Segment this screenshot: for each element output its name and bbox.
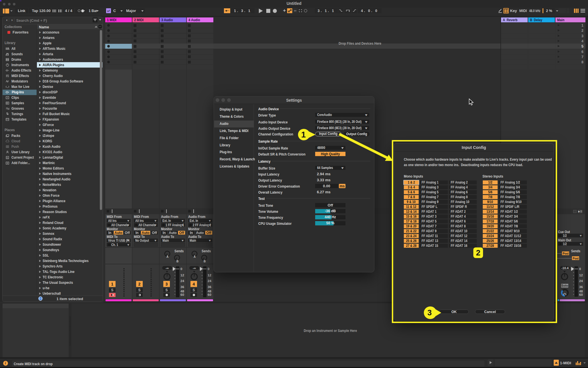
svg-text:3: 3 xyxy=(427,308,432,317)
svg-text:1: 1 xyxy=(301,130,306,139)
